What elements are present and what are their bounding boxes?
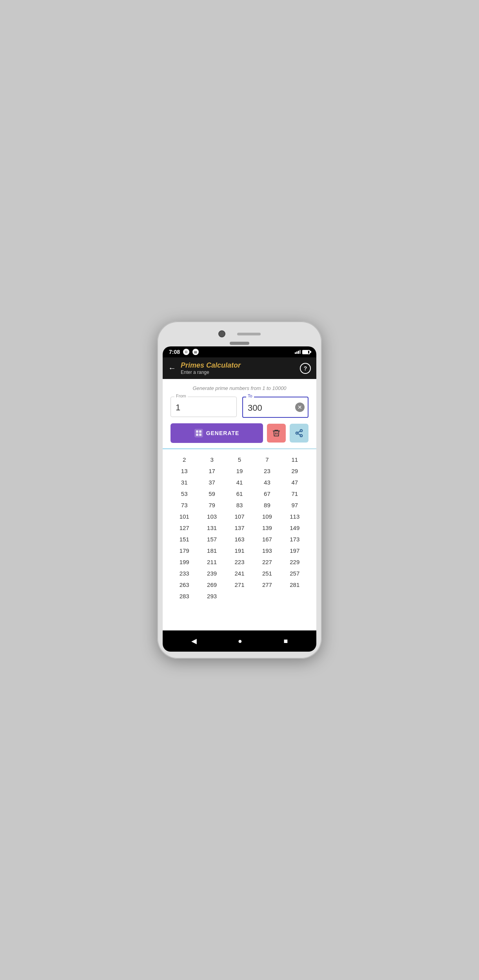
signal-icon	[295, 350, 301, 354]
prime-number: 139	[253, 523, 281, 533]
from-input[interactable]	[171, 397, 237, 417]
nav-recent-button[interactable]: ■	[283, 637, 288, 645]
prime-number: 229	[281, 557, 308, 567]
phone-button	[230, 342, 249, 345]
prime-number: 181	[198, 546, 225, 556]
prime-number: 223	[226, 557, 253, 567]
app-bar: ← Primes Calculator Enter a range ?	[163, 357, 316, 379]
speaker	[237, 333, 261, 335]
prime-number: 107	[226, 512, 253, 521]
divider	[163, 448, 316, 449]
nav-home-button[interactable]: ●	[238, 637, 242, 645]
svg-rect-1	[199, 430, 201, 433]
prime-number: 59	[198, 489, 225, 499]
status-left: 7:08 ⊙ ▤	[169, 349, 199, 355]
prime-number: 17	[198, 466, 225, 476]
share-icon	[295, 429, 303, 437]
camera	[218, 330, 225, 337]
subtitle-text: Generate prime numbers from 1 to 10000	[171, 385, 308, 391]
main-content: Generate prime numbers from 1 to 10000 F…	[163, 379, 316, 630]
prime-number: 179	[171, 546, 198, 556]
svg-line-7	[298, 434, 300, 435]
prime-number: 103	[198, 512, 225, 521]
prime-number: 283	[171, 591, 198, 601]
prime-number: 3	[198, 455, 225, 464]
battery-icon	[302, 350, 310, 354]
to-label: To	[246, 393, 254, 398]
help-button[interactable]: ?	[300, 363, 311, 374]
svg-rect-0	[196, 430, 198, 433]
prime-number: 163	[226, 534, 253, 544]
prime-number: 157	[198, 534, 225, 544]
from-input-group: From	[171, 397, 237, 418]
prime-number: 131	[198, 523, 225, 533]
svg-line-8	[298, 431, 300, 433]
prime-number: 193	[253, 546, 281, 556]
share-button[interactable]	[290, 424, 308, 443]
prime-number: 277	[253, 580, 281, 590]
prime-number: 113	[281, 512, 308, 521]
prime-number: 79	[198, 500, 225, 510]
prime-number: 257	[281, 568, 308, 578]
status-bar: 7:08 ⊙ ▤	[163, 346, 316, 357]
app-bar-titles: Primes Calculator Enter a range	[181, 361, 295, 375]
prime-number: 151	[171, 534, 198, 544]
status-icon-2: ▤	[192, 349, 199, 355]
prime-number: 53	[171, 489, 198, 499]
prime-number: 43	[253, 477, 281, 487]
prime-number: 109	[253, 512, 281, 521]
status-right	[295, 350, 310, 354]
inputs-row: From To ✕	[171, 397, 308, 418]
prime-number: 239	[198, 568, 225, 578]
prime-number: 47	[281, 477, 308, 487]
generate-button[interactable]: GENERATE	[171, 423, 263, 443]
prime-number: 281	[281, 580, 308, 590]
prime-number: 71	[281, 489, 308, 499]
prime-number: 61	[226, 489, 253, 499]
prime-number: 11	[281, 455, 308, 464]
nav-back-button[interactable]: ◀	[191, 637, 197, 645]
prime-number: 173	[281, 534, 308, 544]
prime-number: 263	[171, 580, 198, 590]
prime-number: 7	[253, 455, 281, 464]
generate-icon	[194, 429, 203, 437]
delete-button[interactable]	[267, 424, 286, 443]
prime-number: 41	[226, 477, 253, 487]
prime-number: 101	[171, 512, 198, 521]
status-time: 7:08	[169, 349, 180, 355]
prime-number: 137	[226, 523, 253, 533]
prime-number: 197	[281, 546, 308, 556]
battery-fill	[303, 351, 308, 353]
clear-button[interactable]: ✕	[295, 403, 305, 412]
prime-number: 271	[226, 580, 253, 590]
prime-number: 2	[171, 455, 198, 464]
back-button[interactable]: ←	[168, 364, 176, 373]
prime-number: 5	[226, 455, 253, 464]
primes-grid: 2357111317192329313741434753596167717379…	[171, 455, 308, 601]
prime-number: 23	[253, 466, 281, 476]
prime-number: 293	[198, 591, 225, 601]
prime-number: 97	[281, 500, 308, 510]
prime-number: 233	[171, 568, 198, 578]
prime-number: 149	[281, 523, 308, 533]
prime-number: 29	[281, 466, 308, 476]
to-input-group: To ✕	[242, 397, 308, 418]
prime-number: 269	[198, 580, 225, 590]
from-label: From	[174, 393, 188, 398]
prime-number: 89	[253, 500, 281, 510]
prime-number: 199	[171, 557, 198, 567]
generate-label: GENERATE	[206, 430, 240, 436]
prime-number: 31	[171, 477, 198, 487]
prime-number: 241	[226, 568, 253, 578]
phone-screen: 7:08 ⊙ ▤ ← Primes Calculator	[163, 346, 316, 652]
prime-number: 127	[171, 523, 198, 533]
prime-number: 37	[198, 477, 225, 487]
prime-number: 83	[226, 500, 253, 510]
prime-number: 73	[171, 500, 198, 510]
prime-number: 13	[171, 466, 198, 476]
prime-number: 167	[253, 534, 281, 544]
trash-icon	[272, 429, 281, 437]
prime-number: 251	[253, 568, 281, 578]
phone-device: 7:08 ⊙ ▤ ← Primes Calculator	[157, 321, 322, 659]
app-title: Primes Calculator	[181, 361, 295, 370]
